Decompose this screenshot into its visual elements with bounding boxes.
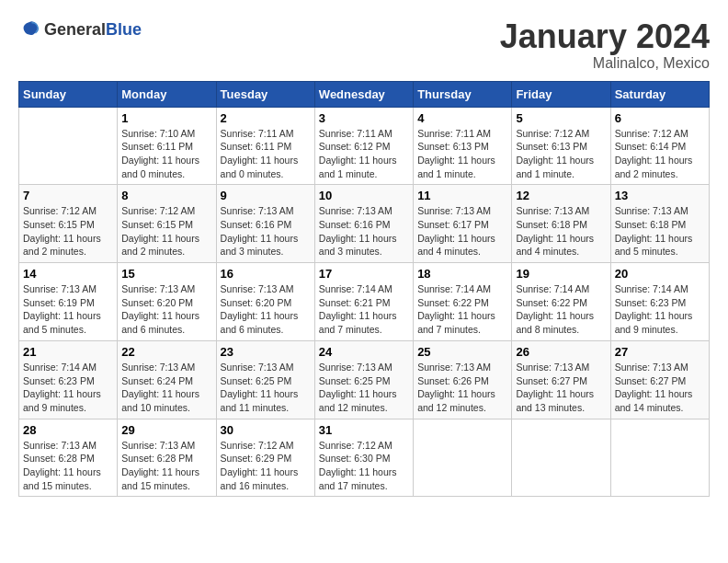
- day-number: 22: [121, 345, 211, 359]
- day-info: Sunrise: 7:11 AMSunset: 6:11 PMDaylight:…: [221, 127, 311, 181]
- calendar-cell: [512, 419, 610, 497]
- calendar-cell: 23Sunrise: 7:13 AMSunset: 6:25 PMDayligh…: [216, 340, 314, 419]
- month-title: January 2024: [500, 18, 710, 55]
- day-info: Sunrise: 7:13 AMSunset: 6:24 PMDaylight:…: [121, 361, 211, 415]
- day-number: 14: [23, 267, 113, 281]
- day-info: Sunrise: 7:13 AMSunset: 6:16 PMDaylight:…: [221, 204, 311, 259]
- day-info: Sunrise: 7:13 AMSunset: 6:25 PMDaylight:…: [221, 361, 311, 415]
- day-number: 16: [221, 267, 311, 281]
- day-number: 21: [23, 345, 113, 359]
- calendar-cell: 10Sunrise: 7:13 AMSunset: 6:16 PMDayligh…: [314, 185, 413, 263]
- day-info: Sunrise: 7:12 AMSunset: 6:14 PMDaylight:…: [615, 127, 705, 181]
- day-info: Sunrise: 7:13 AMSunset: 6:27 PMDaylight:…: [615, 361, 705, 415]
- calendar-cell: 3Sunrise: 7:11 AMSunset: 6:12 PMDaylight…: [314, 107, 413, 185]
- day-info: Sunrise: 7:13 AMSunset: 6:18 PMDaylight:…: [615, 204, 705, 259]
- calendar-cell: 16Sunrise: 7:13 AMSunset: 6:20 PMDayligh…: [216, 263, 314, 341]
- calendar-cell: 15Sunrise: 7:13 AMSunset: 6:20 PMDayligh…: [118, 263, 216, 341]
- calendar-cell: [414, 419, 512, 497]
- calendar-cell: 14Sunrise: 7:13 AMSunset: 6:19 PMDayligh…: [19, 263, 118, 341]
- weekday-header-saturday: Saturday: [610, 81, 709, 107]
- day-info: Sunrise: 7:14 AMSunset: 6:23 PMDaylight:…: [615, 282, 705, 337]
- calendar-cell: 27Sunrise: 7:13 AMSunset: 6:27 PMDayligh…: [610, 340, 709, 419]
- day-info: Sunrise: 7:13 AMSunset: 6:25 PMDaylight:…: [319, 361, 409, 415]
- day-number: 31: [319, 423, 409, 437]
- day-info: Sunrise: 7:13 AMSunset: 6:19 PMDaylight:…: [23, 282, 113, 337]
- weekday-header-tuesday: Tuesday: [216, 81, 314, 107]
- day-number: 6: [615, 111, 705, 125]
- day-info: Sunrise: 7:11 AMSunset: 6:12 PMDaylight:…: [319, 127, 409, 181]
- day-number: 11: [417, 189, 507, 202]
- day-info: Sunrise: 7:13 AMSunset: 6:16 PMDaylight:…: [319, 204, 409, 259]
- day-info: Sunrise: 7:14 AMSunset: 6:22 PMDaylight:…: [417, 282, 507, 337]
- day-number: 7: [23, 189, 113, 202]
- day-number: 30: [221, 423, 311, 437]
- calendar-cell: 21Sunrise: 7:14 AMSunset: 6:23 PMDayligh…: [19, 340, 118, 419]
- day-number: 20: [615, 267, 705, 281]
- day-info: Sunrise: 7:12 AMSunset: 6:13 PMDaylight:…: [516, 127, 606, 181]
- day-number: 29: [121, 423, 211, 437]
- calendar-cell: 29Sunrise: 7:13 AMSunset: 6:28 PMDayligh…: [118, 419, 216, 497]
- day-number: 5: [516, 111, 606, 125]
- calendar-cell: 20Sunrise: 7:14 AMSunset: 6:23 PMDayligh…: [610, 263, 709, 341]
- logo: GeneralBlue: [18, 18, 142, 40]
- logo-blue: Blue: [106, 20, 142, 39]
- calendar-cell: 8Sunrise: 7:12 AMSunset: 6:15 PMDaylight…: [118, 185, 216, 263]
- calendar-cell: [19, 107, 118, 185]
- calendar-cell: 31Sunrise: 7:12 AMSunset: 6:30 PMDayligh…: [314, 419, 413, 497]
- weekday-header-thursday: Thursday: [414, 81, 512, 107]
- calendar-cell: 30Sunrise: 7:12 AMSunset: 6:29 PMDayligh…: [216, 419, 314, 497]
- day-number: 18: [417, 267, 507, 281]
- day-info: Sunrise: 7:12 AMSunset: 6:29 PMDaylight:…: [221, 439, 311, 493]
- day-info: Sunrise: 7:14 AMSunset: 6:21 PMDaylight:…: [319, 282, 409, 337]
- day-info: Sunrise: 7:14 AMSunset: 6:22 PMDaylight:…: [516, 282, 606, 337]
- logo-icon: [18, 18, 40, 40]
- day-info: Sunrise: 7:13 AMSunset: 6:28 PMDaylight:…: [121, 439, 211, 493]
- day-info: Sunrise: 7:13 AMSunset: 6:17 PMDaylight:…: [417, 204, 507, 259]
- weekday-header-friday: Friday: [512, 81, 610, 107]
- day-number: 24: [319, 345, 409, 359]
- calendar-cell: 7Sunrise: 7:12 AMSunset: 6:15 PMDaylight…: [19, 185, 118, 263]
- calendar-cell: 12Sunrise: 7:13 AMSunset: 6:18 PMDayligh…: [512, 185, 610, 263]
- day-info: Sunrise: 7:11 AMSunset: 6:13 PMDaylight:…: [417, 127, 507, 181]
- calendar-cell: 28Sunrise: 7:13 AMSunset: 6:28 PMDayligh…: [19, 419, 118, 497]
- page-header: GeneralBlue January 2024 Malinalco, Mexi…: [18, 18, 710, 72]
- calendar-cell: 25Sunrise: 7:13 AMSunset: 6:26 PMDayligh…: [414, 340, 512, 419]
- calendar-week-3: 14Sunrise: 7:13 AMSunset: 6:19 PMDayligh…: [19, 263, 710, 341]
- day-number: 10: [319, 189, 409, 202]
- calendar-cell: 2Sunrise: 7:11 AMSunset: 6:11 PMDaylight…: [216, 107, 314, 185]
- calendar-table: SundayMondayTuesdayWednesdayThursdayFrid…: [18, 81, 710, 498]
- calendar-cell: 11Sunrise: 7:13 AMSunset: 6:17 PMDayligh…: [414, 185, 512, 263]
- day-number: 15: [121, 267, 211, 281]
- weekday-header-sunday: Sunday: [19, 81, 118, 107]
- day-info: Sunrise: 7:13 AMSunset: 6:27 PMDaylight:…: [516, 361, 606, 415]
- location: Malinalco, Mexico: [500, 55, 710, 72]
- calendar-week-2: 7Sunrise: 7:12 AMSunset: 6:15 PMDaylight…: [19, 185, 710, 263]
- day-info: Sunrise: 7:12 AMSunset: 6:15 PMDaylight:…: [23, 204, 113, 259]
- day-number: 4: [417, 111, 507, 125]
- title-area: January 2024 Malinalco, Mexico: [500, 18, 710, 72]
- day-info: Sunrise: 7:10 AMSunset: 6:11 PMDaylight:…: [121, 127, 211, 181]
- day-info: Sunrise: 7:13 AMSunset: 6:18 PMDaylight:…: [516, 204, 606, 259]
- day-number: 23: [221, 345, 311, 359]
- day-info: Sunrise: 7:13 AMSunset: 6:20 PMDaylight:…: [221, 282, 311, 337]
- calendar-cell: 4Sunrise: 7:11 AMSunset: 6:13 PMDaylight…: [414, 107, 512, 185]
- day-info: Sunrise: 7:13 AMSunset: 6:26 PMDaylight:…: [417, 361, 507, 415]
- calendar-cell: 9Sunrise: 7:13 AMSunset: 6:16 PMDaylight…: [216, 185, 314, 263]
- logo-general: General: [44, 20, 106, 39]
- calendar-cell: 17Sunrise: 7:14 AMSunset: 6:21 PMDayligh…: [314, 263, 413, 341]
- day-info: Sunrise: 7:12 AMSunset: 6:30 PMDaylight:…: [319, 439, 409, 493]
- calendar-cell: 5Sunrise: 7:12 AMSunset: 6:13 PMDaylight…: [512, 107, 610, 185]
- calendar-cell: [610, 419, 709, 497]
- day-info: Sunrise: 7:13 AMSunset: 6:28 PMDaylight:…: [23, 439, 113, 493]
- day-number: 25: [417, 345, 507, 359]
- day-number: 27: [615, 345, 705, 359]
- calendar-cell: 13Sunrise: 7:13 AMSunset: 6:18 PMDayligh…: [610, 185, 709, 263]
- day-number: 8: [121, 189, 211, 202]
- day-number: 1: [121, 111, 211, 125]
- day-number: 12: [516, 189, 606, 202]
- day-number: 17: [319, 267, 409, 281]
- calendar-week-5: 28Sunrise: 7:13 AMSunset: 6:28 PMDayligh…: [19, 419, 710, 497]
- weekday-header-wednesday: Wednesday: [314, 81, 413, 107]
- day-number: 3: [319, 111, 409, 125]
- day-number: 9: [221, 189, 311, 202]
